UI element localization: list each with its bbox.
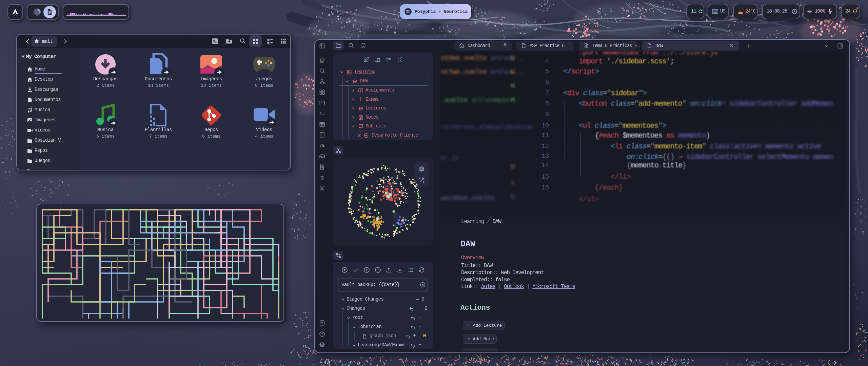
- svg-text:$_: $_: [213, 40, 217, 43]
